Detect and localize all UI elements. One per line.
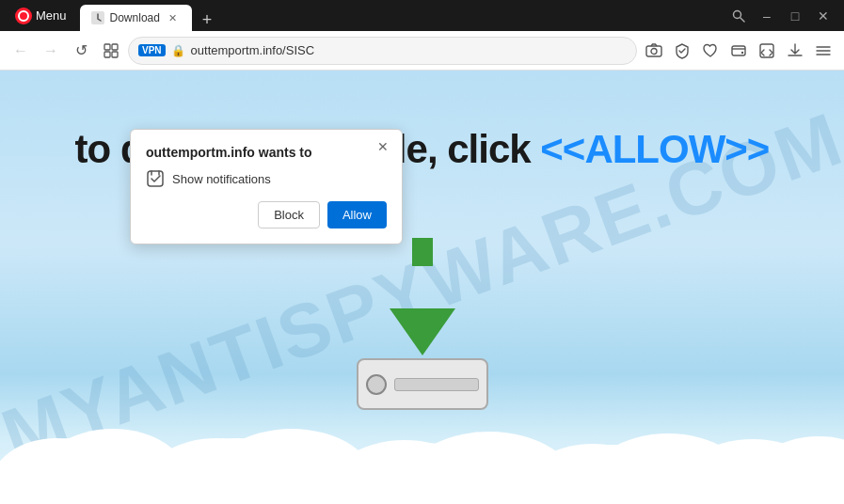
tab-icon[interactable]	[754, 38, 780, 64]
allow-button[interactable]: Allow	[327, 201, 387, 228]
nav-action-buttons	[641, 38, 836, 64]
svg-line-2	[740, 18, 744, 22]
arrow-shaft	[412, 238, 433, 266]
main-headline: to download the file, click <<ALLOW>>	[0, 127, 844, 172]
address-bar[interactable]: VPN 🔒 outtemportm.info/SISC	[128, 37, 637, 65]
shield-button[interactable]	[669, 38, 695, 64]
title-bar: Menu Download ✕ + – □ ✕	[0, 0, 844, 31]
hdd-slot	[394, 378, 479, 391]
heart-button[interactable]	[697, 38, 724, 64]
svg-rect-4	[112, 44, 118, 50]
wallet-button[interactable]	[725, 38, 752, 64]
svg-rect-6	[112, 52, 118, 57]
svg-rect-5	[104, 52, 110, 57]
svg-rect-31	[148, 171, 163, 186]
url-display: outtemportm.info/SISC	[191, 43, 627, 57]
svg-rect-30	[0, 476, 844, 504]
popup-notification-row: Show notifications	[146, 169, 387, 188]
popup-action-buttons: Block Allow	[146, 201, 387, 228]
opera-menu-button[interactable]: Menu	[8, 4, 74, 28]
svg-rect-9	[732, 46, 745, 55]
refresh-button[interactable]: ↺	[68, 38, 94, 64]
tabs-view-button[interactable]	[98, 38, 124, 64]
svg-point-10	[741, 51, 743, 53]
clouds-decoration	[0, 391, 844, 504]
forward-button[interactable]: →	[38, 38, 64, 64]
navigation-bar: ← → ↺ VPN 🔒 outtemportm.info/SISC	[0, 31, 844, 71]
camera-button[interactable]	[641, 38, 667, 64]
maximize-button[interactable]: □	[782, 3, 808, 29]
window-controls: – □ ✕	[725, 3, 836, 29]
opera-logo-icon	[15, 8, 32, 24]
page-content: MYANTISPYWARE.COM to download the file, …	[0, 71, 844, 504]
svg-rect-7	[646, 46, 661, 56]
notification-permission-icon	[146, 169, 165, 188]
hamburger-menu-button[interactable]	[810, 38, 836, 64]
popup-notification-text: Show notifications	[172, 172, 271, 186]
minimize-button[interactable]: –	[754, 3, 780, 29]
arrow-head	[390, 308, 455, 355]
block-button[interactable]: Block	[258, 201, 320, 228]
main-text-accent: <<ALLOW>>	[540, 127, 769, 171]
lock-icon: 🔒	[171, 44, 185, 57]
notification-popup: ✕ outtemportm.info wants to Show notific…	[130, 129, 403, 244]
search-toolbar-icon[interactable]	[725, 3, 752, 29]
close-window-button[interactable]: ✕	[810, 3, 836, 29]
new-tab-button[interactable]: +	[196, 8, 218, 31]
tab-close-button[interactable]: ✕	[166, 10, 181, 25]
svg-rect-3	[104, 44, 110, 50]
svg-point-1	[734, 10, 741, 18]
popup-close-button[interactable]: ✕	[374, 137, 392, 156]
svg-point-8	[651, 48, 657, 54]
tab-title: Download	[110, 11, 160, 24]
menu-label: Menu	[36, 8, 67, 23]
download-button[interactable]	[782, 38, 808, 64]
tab-bar: Download ✕ +	[80, 0, 720, 31]
back-button[interactable]: ←	[8, 38, 34, 64]
popup-title: outtemportm.info wants to	[146, 145, 387, 160]
vpn-badge: VPN	[138, 44, 166, 56]
tab-favicon-icon	[91, 11, 104, 24]
active-tab[interactable]: Download ✕	[80, 5, 192, 31]
